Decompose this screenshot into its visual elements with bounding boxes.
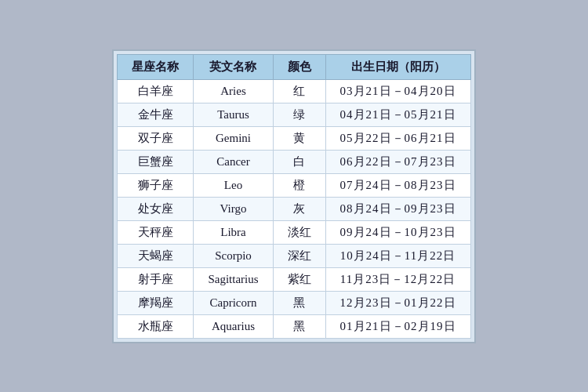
cell-en-name: Virgo <box>194 197 273 220</box>
cell-date: 06月22日－07月23日 <box>325 150 470 173</box>
cell-cn-name: 白羊座 <box>118 79 194 103</box>
table-row: 狮子座Leo橙07月24日－08月23日 <box>118 173 470 197</box>
table-header-row: 星座名称 英文名称 颜色 出生日期（阳历） <box>118 54 470 79</box>
cell-color: 紫红 <box>273 267 325 291</box>
table-row: 射手座Sagittarius紫红11月23日－12月22日 <box>118 267 470 291</box>
cell-cn-name: 天秤座 <box>118 220 194 244</box>
cell-color: 灰 <box>273 197 325 220</box>
table-row: 水瓶座Aquarius黑01月21日－02月19日 <box>118 314 470 338</box>
zodiac-table: 星座名称 英文名称 颜色 出生日期（阳历） 白羊座Aries红03月21日－04… <box>117 54 470 339</box>
cell-color: 黑 <box>273 291 325 314</box>
header-cn-name: 星座名称 <box>118 54 194 79</box>
cell-color: 橙 <box>273 173 325 197</box>
zodiac-table-container: 星座名称 英文名称 颜色 出生日期（阳历） 白羊座Aries红03月21日－04… <box>112 49 475 343</box>
table-row: 天蝎座Scorpio深红10月24日－11月22日 <box>118 244 470 267</box>
cell-color: 黄 <box>273 126 325 150</box>
cell-cn-name: 水瓶座 <box>118 314 194 338</box>
header-color: 颜色 <box>273 54 325 79</box>
cell-cn-name: 天蝎座 <box>118 244 194 267</box>
table-row: 巨蟹座Cancer白06月22日－07月23日 <box>118 150 470 173</box>
cell-date: 08月24日－09月23日 <box>325 197 470 220</box>
table-row: 白羊座Aries红03月21日－04月20日 <box>118 79 470 103</box>
cell-en-name: Libra <box>194 220 273 244</box>
cell-date: 11月23日－12月22日 <box>325 267 470 291</box>
cell-cn-name: 射手座 <box>118 267 194 291</box>
cell-en-name: Cancer <box>194 150 273 173</box>
cell-date: 04月21日－05月21日 <box>325 103 470 126</box>
table-row: 金牛座Taurus绿04月21日－05月21日 <box>118 103 470 126</box>
cell-date: 05月22日－06月21日 <box>325 126 470 150</box>
header-en-name: 英文名称 <box>194 54 273 79</box>
cell-color: 白 <box>273 150 325 173</box>
cell-cn-name: 金牛座 <box>118 103 194 126</box>
cell-date: 09月24日－10月23日 <box>325 220 470 244</box>
cell-cn-name: 处女座 <box>118 197 194 220</box>
header-date: 出生日期（阳历） <box>325 54 470 79</box>
cell-en-name: Gemini <box>194 126 273 150</box>
cell-date: 07月24日－08月23日 <box>325 173 470 197</box>
cell-en-name: Leo <box>194 173 273 197</box>
cell-en-name: Scorpio <box>194 244 273 267</box>
cell-en-name: Aquarius <box>194 314 273 338</box>
cell-color: 红 <box>273 79 325 103</box>
cell-date: 03月21日－04月20日 <box>325 79 470 103</box>
table-row: 天秤座Libra淡红09月24日－10月23日 <box>118 220 470 244</box>
cell-color: 绿 <box>273 103 325 126</box>
cell-date: 10月24日－11月22日 <box>325 244 470 267</box>
cell-en-name: Aries <box>194 79 273 103</box>
cell-cn-name: 摩羯座 <box>118 291 194 314</box>
cell-color: 淡红 <box>273 220 325 244</box>
cell-cn-name: 巨蟹座 <box>118 150 194 173</box>
cell-en-name: Sagittarius <box>194 267 273 291</box>
cell-date: 12月23日－01月22日 <box>325 291 470 314</box>
cell-en-name: Capricorn <box>194 291 273 314</box>
cell-color: 黑 <box>273 314 325 338</box>
table-row: 摩羯座Capricorn黑12月23日－01月22日 <box>118 291 470 314</box>
table-row: 双子座Gemini黄05月22日－06月21日 <box>118 126 470 150</box>
cell-date: 01月21日－02月19日 <box>325 314 470 338</box>
cell-cn-name: 双子座 <box>118 126 194 150</box>
cell-color: 深红 <box>273 244 325 267</box>
cell-cn-name: 狮子座 <box>118 173 194 197</box>
table-row: 处女座Virgo灰08月24日－09月23日 <box>118 197 470 220</box>
cell-en-name: Taurus <box>194 103 273 126</box>
